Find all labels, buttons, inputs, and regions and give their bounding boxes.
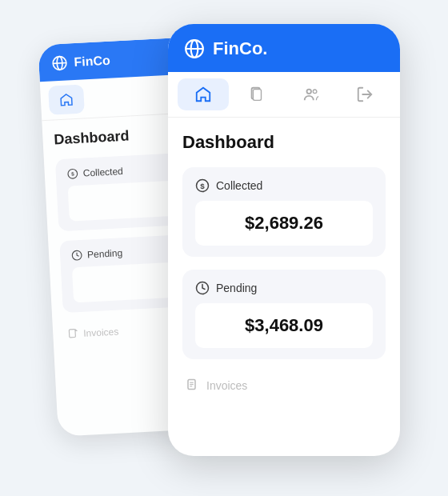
invoice-icon-front	[186, 378, 200, 393]
front-nav-logout[interactable]	[340, 78, 391, 110]
back-pending-text: Pending	[87, 247, 123, 260]
front-nav-bar[interactable]	[168, 72, 400, 118]
front-pending-text: Pending	[216, 282, 257, 294]
dollar-icon-back: $	[66, 168, 78, 180]
front-app-header: FinCo.	[168, 24, 400, 72]
front-collected-value: $2,689.26	[245, 213, 323, 234]
back-nav-home[interactable]	[48, 84, 85, 114]
clock-icon-back	[71, 250, 83, 262]
front-page-title: Dashboard	[182, 132, 386, 153]
front-nav-documents[interactable]	[232, 78, 283, 110]
home-icon-front	[194, 86, 212, 103]
dollar-circle-icon: $	[195, 178, 210, 193]
front-collected-label: $ Collected	[195, 178, 373, 193]
svg-text:$: $	[200, 182, 205, 190]
scene: FinCo Dashboard $ Collected	[48, 24, 400, 472]
documents-icon-front	[248, 86, 266, 103]
front-invoices-label: Invoices	[206, 379, 247, 392]
phone-front: FinCo.	[168, 24, 400, 456]
home-icon-back	[58, 92, 74, 107]
front-collected-card: $ Collected $2,689.26	[182, 167, 386, 257]
front-collected-text: Collected	[216, 179, 262, 192]
svg-point-12	[306, 90, 311, 94]
front-invoices-section[interactable]: Invoices	[182, 372, 386, 399]
svg-line-2	[53, 63, 66, 64]
front-content: Dashboard $ Collected $2,689.26	[168, 118, 400, 414]
front-pending-card: Pending $3,468.09	[182, 270, 386, 359]
svg-point-13	[313, 90, 317, 94]
front-pending-value: $3,468.09	[245, 315, 323, 336]
svg-rect-6	[69, 330, 75, 338]
front-nav-users[interactable]	[286, 78, 337, 110]
front-nav-home[interactable]	[178, 78, 229, 110]
front-app-name: FinCo.	[213, 38, 267, 59]
clock-icon-front	[195, 281, 210, 295]
back-collected-text: Collected	[82, 166, 123, 179]
front-pending-label: Pending	[195, 281, 373, 295]
invoice-icon-back	[67, 328, 79, 340]
svg-text:$: $	[71, 171, 74, 178]
back-app-name: FinCo	[74, 54, 110, 70]
front-collected-value-box: $2,689.26	[195, 201, 373, 246]
globe-icon-front	[184, 38, 205, 59]
globe-icon-back	[51, 54, 68, 71]
logout-icon-front	[356, 86, 374, 103]
front-pending-value-box: $3,468.09	[195, 303, 373, 348]
svg-rect-11	[254, 90, 262, 101]
back-invoices-label: Invoices	[83, 326, 119, 339]
users-icon-front	[302, 86, 320, 103]
